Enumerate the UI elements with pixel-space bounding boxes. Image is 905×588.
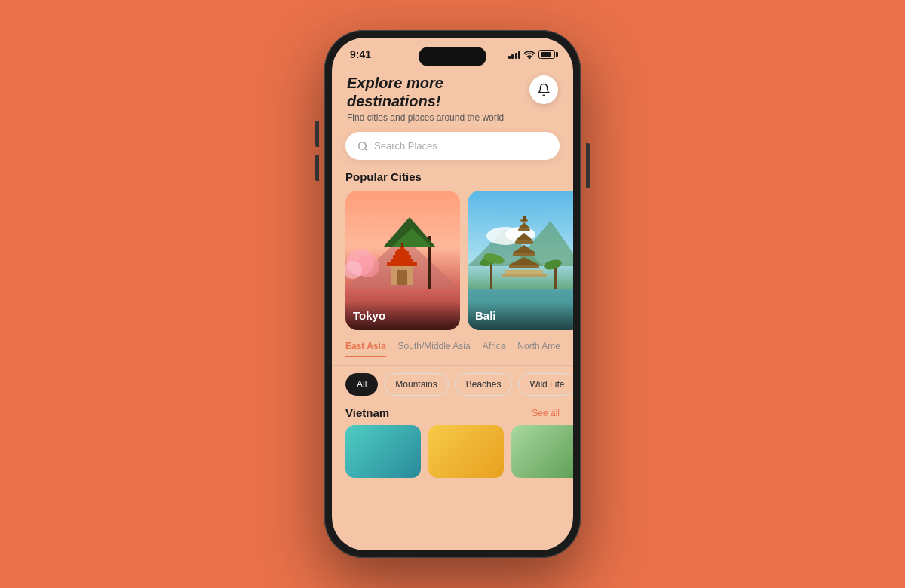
- svg-rect-8: [391, 259, 413, 262]
- section-title-popular: Popular Cities: [332, 170, 573, 191]
- svg-rect-9: [393, 255, 411, 259]
- see-all-button[interactable]: See all: [532, 408, 560, 418]
- search-container: Search Places: [332, 132, 573, 170]
- svg-rect-15: [397, 270, 407, 285]
- svg-rect-29: [513, 253, 535, 256]
- vietnam-card-1[interactable]: [345, 425, 421, 478]
- side-button-volume-up: [315, 121, 319, 147]
- tabs-container: East Asia South/Middle Asia Africa North…: [332, 341, 573, 366]
- side-button-power: [586, 143, 590, 188]
- tab-africa[interactable]: Africa: [483, 341, 506, 357]
- vietnam-card-3[interactable]: [511, 425, 573, 478]
- city-card-tokyo[interactable]: Tokyo: [345, 191, 460, 330]
- wifi-icon: [524, 50, 535, 59]
- svg-rect-26: [505, 270, 543, 274]
- pill-wild-life[interactable]: Wild Life: [518, 373, 573, 396]
- vietnam-card-2[interactable]: [428, 425, 504, 478]
- search-bar[interactable]: Search Places: [345, 132, 560, 160]
- svg-rect-33: [518, 228, 530, 231]
- bell-icon: [537, 83, 551, 96]
- cities-scroll: Tokyo: [332, 191, 573, 341]
- svg-rect-7: [387, 262, 417, 266]
- pills-container: All Mountains Beaches Wild Life Adventur…: [332, 366, 573, 403]
- phone-screen: 9:41: [332, 38, 573, 550]
- svg-point-0: [529, 57, 530, 59]
- svg-rect-36: [523, 216, 526, 221]
- svg-rect-40: [554, 266, 557, 289]
- app-background: 9:41: [0, 0, 905, 588]
- tab-east-asia[interactable]: East Asia: [345, 341, 386, 357]
- search-placeholder: Search Places: [374, 140, 548, 152]
- battery-icon: [538, 50, 555, 59]
- vietnam-title: Vietnam: [345, 406, 389, 419]
- header: Explore more destinations! Find cities a…: [332, 66, 573, 132]
- svg-rect-31: [515, 240, 533, 244]
- page-title: Explore more destinations!: [347, 74, 529, 110]
- search-icon: [357, 141, 368, 152]
- tabs: East Asia South/Middle Asia Africa North…: [345, 341, 560, 357]
- dynamic-island: [419, 47, 486, 66]
- header-text: Explore more destinations! Find cities a…: [347, 74, 529, 123]
- city-card-overlay: Tokyo: [345, 302, 460, 330]
- city-name-tokyo: Tokyo: [353, 309, 385, 322]
- vietnam-header: Vietnam See all: [332, 403, 573, 425]
- pill-mountains[interactable]: Mountains: [384, 373, 448, 396]
- side-button-volume-down: [315, 155, 319, 181]
- pill-beaches[interactable]: Beaches: [455, 373, 513, 396]
- city-name-bali: Bali: [475, 309, 496, 322]
- vietnam-cards: [332, 425, 573, 478]
- page-subtitle: Find cities and places around the world: [347, 112, 529, 123]
- tab-south-middle-asia[interactable]: South/Middle Asia: [398, 341, 471, 357]
- content-area: Explore more destinations! Find cities a…: [332, 66, 573, 550]
- svg-rect-37: [490, 262, 492, 289]
- phone-wrapper: 9:41: [324, 30, 581, 558]
- signal-icon: [508, 50, 521, 59]
- svg-rect-27: [509, 265, 539, 268]
- tab-north-america[interactable]: North Ame...: [517, 341, 560, 357]
- pill-all[interactable]: All: [345, 373, 378, 396]
- city-card-overlay: Bali: [468, 302, 573, 330]
- bell-button[interactable]: [529, 75, 558, 104]
- svg-rect-13: [401, 243, 403, 247]
- status-icons: [508, 50, 556, 59]
- status-time: 9:41: [350, 48, 371, 60]
- city-card-bali[interactable]: Bali: [468, 191, 573, 330]
